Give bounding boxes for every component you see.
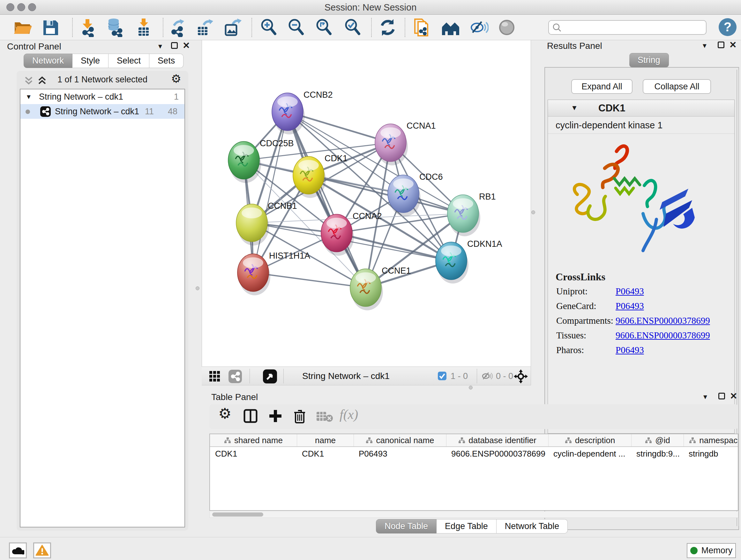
tab-network[interactable]: Network <box>23 54 72 68</box>
node-table[interactable]: shared namenamecanonical namedatabase id… <box>209 434 738 511</box>
node-label-ccne1: CCNE1 <box>382 266 411 275</box>
table-cell[interactable]: P06493 <box>354 447 446 460</box>
collapse-all-button[interactable]: Collapse All <box>643 79 711 94</box>
zoom-out-icon[interactable] <box>286 18 306 37</box>
table-hscroll-thumb[interactable] <box>212 512 263 516</box>
crosslink-link[interactable]: P06493 <box>616 345 644 355</box>
pan-crosshair-icon[interactable] <box>514 369 528 383</box>
table-cell[interactable]: CDK1 <box>210 447 297 460</box>
string-home-icon[interactable] <box>441 18 461 37</box>
crosslink-row: GeneCard:P06493 <box>548 301 734 315</box>
panel-menu-icon[interactable]: ▼ <box>701 42 708 50</box>
help-button[interactable]: ? <box>719 18 737 36</box>
tab-network-table[interactable]: Network Table <box>496 519 568 534</box>
table-hscrollbar[interactable] <box>209 511 738 518</box>
delete-column-icon[interactable] <box>292 408 308 424</box>
network-row[interactable]: String Network – cdk1 11 48 <box>20 104 185 119</box>
column-header-name[interactable]: name <box>297 434 354 446</box>
network-node-cdk1[interactable] <box>293 157 326 198</box>
export-image-icon[interactable] <box>223 18 242 37</box>
tab-style[interactable]: Style <box>72 54 109 68</box>
network-view-toolbar: String Network – cdk1 1 - 0 0 - 0 <box>202 367 531 385</box>
import-network-database-icon[interactable] <box>105 18 125 37</box>
panel-float-icon[interactable] <box>718 393 725 399</box>
show-columns-icon[interactable] <box>243 408 259 424</box>
selected-checkbox-icon[interactable] <box>438 372 447 380</box>
network-edge[interactable] <box>253 112 287 273</box>
splitter-handle[interactable] <box>196 287 199 290</box>
tab-node-table[interactable]: Node Table <box>376 519 436 534</box>
warning-status-button[interactable] <box>33 543 51 558</box>
network-node-ccnb2[interactable] <box>272 93 305 134</box>
network-node-ccne1[interactable] <box>350 269 383 310</box>
zoom-in-icon[interactable] <box>259 18 278 37</box>
table-options-gear-icon[interactable]: ⚙ <box>218 405 231 422</box>
gene-section-header[interactable]: ▼ CDK1 <box>548 100 734 117</box>
table-cell[interactable]: 9606.ENSP00000378699 <box>446 447 548 460</box>
column-header-description[interactable]: description <box>548 434 631 446</box>
column-header-namespace[interactable]: namespace <box>684 434 738 446</box>
search-input[interactable] <box>562 23 699 33</box>
network-node-cdc6[interactable] <box>388 175 421 216</box>
panel-close-icon[interactable]: ✕ <box>729 40 737 50</box>
column-header-database-identifier[interactable]: database identifier <box>446 434 548 446</box>
network-share-view-icon[interactable] <box>228 370 242 383</box>
add-column-icon[interactable] <box>267 408 283 424</box>
enhanced-graphics-hide-icon[interactable] <box>469 18 488 37</box>
network-edge[interactable] <box>287 112 366 288</box>
panel-menu-icon[interactable]: ▼ <box>157 43 163 50</box>
export-network-icon[interactable] <box>168 18 187 37</box>
panel-float-icon[interactable] <box>171 42 178 49</box>
column-header-label: description <box>575 435 615 445</box>
collection-expand-icon[interactable]: ▼ <box>25 89 32 104</box>
panel-close-icon[interactable]: ✕ <box>730 391 737 401</box>
column-header-canonical-name[interactable]: canonical name <box>354 434 446 446</box>
table-row[interactable]: CDK1CDK1P064939606.ENSP00000378699cyclin… <box>210 447 738 460</box>
birds-eye-view-icon[interactable] <box>263 369 277 383</box>
crosslink-link[interactable]: P06493 <box>616 301 644 311</box>
memory-button[interactable]: Memory <box>687 543 736 558</box>
search-field[interactable] <box>548 20 706 35</box>
tab-sets[interactable]: Sets <box>149 54 184 68</box>
expand-all-button[interactable]: Expand All <box>571 79 632 94</box>
network-node-ccnb1[interactable] <box>236 204 269 246</box>
table-cell[interactable]: stringdb:9... <box>631 447 684 460</box>
cloud-status-button[interactable] <box>9 543 27 558</box>
refresh-layout-icon[interactable] <box>378 18 397 37</box>
import-network-file-icon[interactable] <box>78 18 98 37</box>
column-header--id[interactable]: @id <box>631 434 684 446</box>
table-cell[interactable]: stringdb <box>684 447 738 460</box>
network-canvas[interactable]: CCNB2CCNA1CDC25BCDK1CDC6RB1CCNB1CCNA2CDK… <box>202 40 531 367</box>
tab-string[interactable]: String <box>629 53 669 67</box>
grid-view-icon[interactable] <box>209 370 221 382</box>
table-cell[interactable]: cyclin-dependent ... <box>548 447 631 460</box>
network-graph[interactable]: CCNB2CCNA1CDC25BCDK1CDC6RB1CCNB1CCNA2CDK… <box>202 40 531 367</box>
zoom-selected-icon[interactable] <box>343 18 362 37</box>
panel-close-icon[interactable]: ✕ <box>183 40 190 51</box>
crosslink-label: GeneCard: <box>556 301 596 311</box>
show-graphics-details-icon[interactable] <box>497 18 516 37</box>
zoom-fit-content-icon[interactable] <box>314 18 333 37</box>
tab-select[interactable]: Select <box>109 54 149 68</box>
column-header-shared-name[interactable]: shared name <box>210 434 297 446</box>
crosslink-link[interactable]: 9606.ENSP00000378699 <box>616 330 710 341</box>
network-node-rb1[interactable] <box>448 195 480 236</box>
section-collapse-icon[interactable]: ▼ <box>571 104 578 112</box>
export-table-icon[interactable] <box>195 18 214 37</box>
panel-menu-icon[interactable]: ▼ <box>702 393 709 401</box>
tab-edge-table[interactable]: Edge Table <box>436 519 496 534</box>
crosslink-link[interactable]: 9606.ENSP00000378699 <box>616 315 710 326</box>
crosslink-link[interactable]: P06493 <box>616 286 644 297</box>
string-protein-query-icon[interactable] <box>413 18 432 37</box>
import-table-file-icon[interactable] <box>134 18 153 37</box>
network-collection-row[interactable]: ▼ String Network – cdk1 1 <box>20 89 185 104</box>
save-session-icon[interactable] <box>41 18 60 37</box>
network-options-gear-icon[interactable]: ⚙ <box>171 72 181 85</box>
table-cell[interactable]: CDK1 <box>297 447 354 460</box>
panel-float-icon[interactable] <box>718 42 724 48</box>
network-node-ccna2[interactable] <box>321 214 354 256</box>
open-session-icon[interactable] <box>13 18 32 37</box>
splitter-handle[interactable] <box>531 210 535 214</box>
network-node-cdkn1a[interactable] <box>435 242 468 284</box>
network-node-hist1h1a[interactable] <box>238 254 270 295</box>
